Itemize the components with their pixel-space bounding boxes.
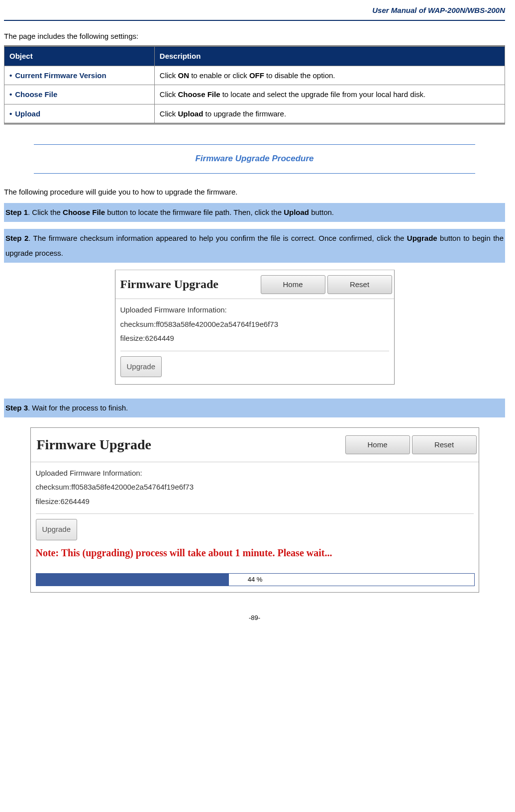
firmware-upgrade-title: Firmware Upgrade (31, 428, 345, 462)
upgrade-button[interactable]: Upgrade (120, 356, 162, 378)
intro-text: The page includes the following settings… (4, 30, 505, 43)
table-row: •Choose File Click Choose File to locate… (4, 85, 505, 104)
object-label: Upload (15, 109, 40, 118)
checksum-value: checksum:ff0583a58fe42000e2a54764f19e6f7… (36, 480, 474, 495)
progress-label: 44 % (248, 574, 263, 585)
object-label: Current Firmware Version (15, 71, 106, 80)
table-row: •Upload Click Upload to upgrade the firm… (4, 104, 505, 124)
section-heading: Firmware Upgrade Procedure (34, 152, 475, 166)
firmware-upgrade-title: Firmware Upgrade (115, 270, 261, 299)
filesize-value: filesize:6264449 (120, 331, 389, 346)
object-label: Choose File (15, 90, 57, 99)
home-button[interactable]: Home (261, 275, 325, 294)
screenshot-firmware-info: Firmware Upgrade Home Reset Uploaded Fir… (115, 270, 395, 385)
divider (120, 351, 389, 351)
checksum-value: checksum:ff0583a58fe42000e2a54764f19e6f7… (120, 317, 389, 332)
progress-fill (36, 574, 229, 586)
page-header: User Manual of WAP-200N/WBS-200N (4, 4, 505, 21)
table-row: •Current Firmware Version Click ON to en… (4, 66, 505, 85)
progress-bar: 44 % (36, 573, 475, 586)
settings-table: Object Description •Current Firmware Ver… (4, 45, 505, 124)
divider (34, 173, 475, 174)
upgrade-note: Note: This (upgrading) process will take… (36, 543, 474, 562)
reset-button[interactable]: Reset (327, 275, 392, 294)
col-description: Description (154, 46, 505, 66)
reset-button[interactable]: Reset (412, 435, 477, 454)
upgrade-button[interactable]: Upgrade (36, 519, 78, 540)
uploaded-info-title: Uploaded Firmware Information: (120, 303, 389, 317)
page-number: -89- (4, 612, 505, 623)
procedure-intro: The following procedure will guide you t… (4, 186, 505, 199)
uploaded-info-title: Uploaded Firmware Information: (36, 466, 474, 481)
col-object: Object (4, 46, 155, 66)
divider (36, 513, 474, 514)
step-1: Step 1. Click the Choose File button to … (4, 203, 505, 222)
step-3: Step 3. Wait for the process to finish. (4, 399, 505, 417)
filesize-value: filesize:6264449 (36, 495, 474, 509)
screenshot-firmware-progress: Firmware Upgrade Home Reset Uploaded Fir… (30, 427, 479, 593)
divider (34, 144, 475, 145)
home-button[interactable]: Home (345, 435, 410, 454)
step-2: Step 2. The firmware checksum informatio… (4, 229, 505, 263)
